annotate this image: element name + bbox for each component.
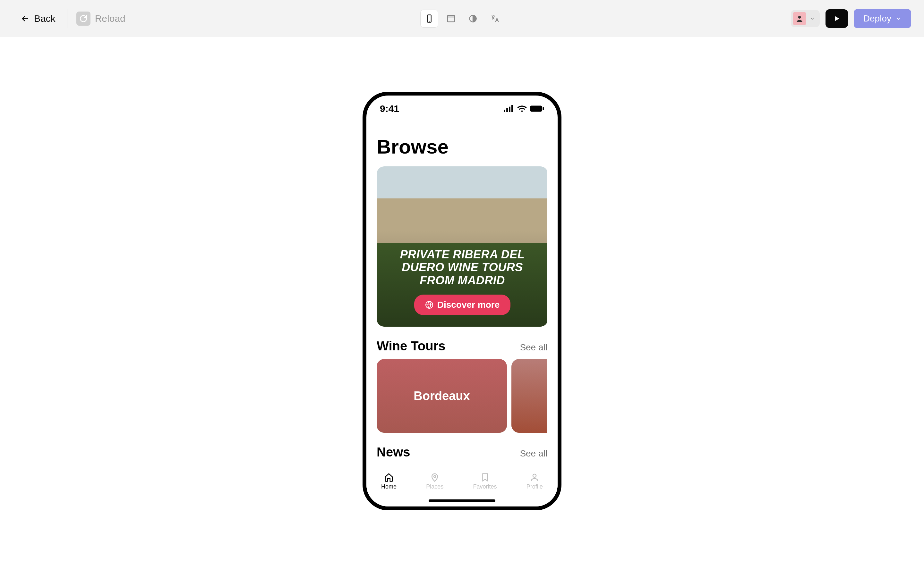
deploy-label: Deploy <box>863 13 891 24</box>
category-image <box>511 359 548 433</box>
svg-rect-9 <box>506 108 508 112</box>
app-content: Browse PRIVATE RIBERA DEL DUERO WINE TOU… <box>367 116 557 459</box>
device-toggle-group <box>420 10 504 27</box>
preview-canvas: 9:41 Browse PRIVATE RIBERA DEL DUERO WIN… <box>0 37 924 510</box>
hero-carousel[interactable]: PRIVATE RIBERA DEL DUERO WINE TOURS FROM… <box>376 166 548 327</box>
section-title: Wine Tours <box>376 339 445 353</box>
home-icon <box>384 472 394 482</box>
section-title: News <box>376 445 410 459</box>
toolbar-right-group: Deploy <box>791 9 911 28</box>
hero-title: PRIVATE RIBERA DEL DUERO WINE TOURS FROM… <box>376 248 548 287</box>
tab-places[interactable]: Places <box>426 472 443 490</box>
svg-rect-11 <box>511 105 513 112</box>
reload-icon-box <box>76 11 90 26</box>
status-bar: 9:41 <box>367 95 557 116</box>
svg-rect-12 <box>530 106 542 112</box>
tab-label: Profile <box>527 484 543 490</box>
home-indicator <box>429 500 495 502</box>
status-right <box>504 105 544 112</box>
avatar <box>793 12 806 25</box>
svg-point-16 <box>533 474 536 477</box>
see-all-link[interactable]: See all <box>520 448 548 459</box>
discover-button[interactable]: Discover more <box>414 295 511 315</box>
tab-favorites[interactable]: Favorites <box>473 472 497 490</box>
play-icon <box>833 15 841 23</box>
svg-rect-13 <box>543 107 544 110</box>
discover-label: Discover more <box>437 300 500 310</box>
svg-point-15 <box>434 475 436 477</box>
svg-rect-10 <box>509 107 510 112</box>
globe-icon <box>425 301 433 309</box>
hero-card[interactable]: PRIVATE RIBERA DEL DUERO WINE TOURS FROM… <box>376 166 548 327</box>
cellular-icon <box>504 105 514 112</box>
phone-frame: 9:41 Browse PRIVATE RIBERA DEL DUERO WIN… <box>363 92 561 510</box>
category-label: Bordeaux <box>414 389 470 403</box>
section-head-wine-tours: Wine Tours See all <box>376 339 548 353</box>
svg-rect-3 <box>447 15 455 22</box>
translate-icon <box>490 14 499 23</box>
svg-rect-8 <box>504 110 505 112</box>
user-icon <box>530 472 540 482</box>
play-button[interactable] <box>825 9 848 28</box>
device-phone-button[interactable] <box>420 10 438 27</box>
back-button[interactable]: Back <box>13 13 63 24</box>
svg-marker-7 <box>835 16 839 21</box>
account-dropdown[interactable] <box>791 10 820 27</box>
chevron-down-icon <box>895 15 901 22</box>
tab-label: Favorites <box>473 484 497 490</box>
avatar-person-icon <box>795 15 804 23</box>
phone-icon <box>425 14 434 23</box>
reload-icon <box>79 15 87 23</box>
tab-label: Places <box>426 484 443 490</box>
chevron-down-icon <box>809 16 815 21</box>
wifi-icon <box>517 105 527 112</box>
back-label: Back <box>34 13 55 24</box>
theme-toggle-button[interactable] <box>464 10 482 27</box>
page-title: Browse <box>376 135 548 158</box>
deploy-button[interactable]: Deploy <box>854 9 911 28</box>
category-card-bordeaux[interactable]: Bordeaux <box>376 359 507 433</box>
tab-home[interactable]: Home <box>381 472 397 490</box>
contrast-icon <box>468 14 477 23</box>
tab-bar: Home Places Favorites Profile <box>367 468 557 506</box>
reload-button[interactable]: Reload <box>71 11 131 26</box>
section-head-news: News See all <box>376 445 548 459</box>
reload-label: Reload <box>95 13 126 24</box>
arrow-left-icon <box>21 14 29 23</box>
bookmark-icon <box>480 472 490 482</box>
svg-point-6 <box>798 16 801 19</box>
tab-label: Home <box>381 484 397 490</box>
tab-profile[interactable]: Profile <box>527 472 543 490</box>
tablet-icon <box>446 14 456 23</box>
battery-icon <box>530 105 544 112</box>
locale-button[interactable] <box>486 10 504 27</box>
see-all-link[interactable]: See all <box>520 342 548 353</box>
top-toolbar: Back Reload Deploy <box>0 0 924 37</box>
category-carousel[interactable]: Bordeaux Do <box>376 359 548 433</box>
status-time: 9:41 <box>380 103 399 114</box>
pin-icon <box>430 472 439 482</box>
category-card-next[interactable]: Do <box>511 359 548 433</box>
device-tablet-button[interactable] <box>442 10 460 27</box>
